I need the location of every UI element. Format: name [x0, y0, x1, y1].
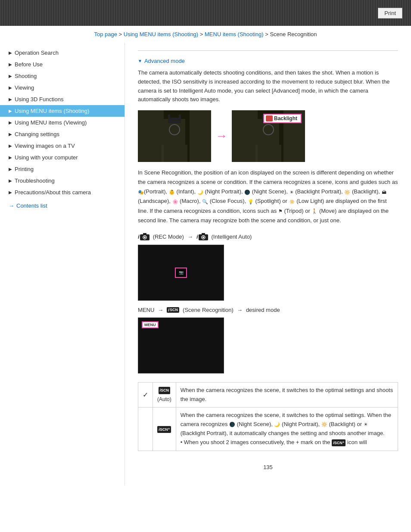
sidebar-item-computer[interactable]: ▶ Using with your computer [0, 152, 125, 163]
sidebar-item-precautions[interactable]: ▶ Precautions/About this camera [0, 187, 125, 198]
intelligent-auto-text: (Intelligent Auto) [212, 233, 252, 240]
sidebar-item-shooting[interactable]: ▶ Shooting [0, 70, 125, 82]
contents-list-anchor[interactable]: Contents list [9, 202, 118, 209]
sidebar: ▶ Operation Search ▶ Before Use ▶ Shooti… [0, 43, 125, 485]
landscape-icon: 🏔 [382, 188, 386, 196]
sidebar-item-3d-functions[interactable]: ▶ Using 3D Functions [0, 93, 125, 105]
camera-screen-2: MENU [138, 317, 224, 373]
arrow-icon: ▶ [9, 62, 12, 67]
sidebar-item-label: Using with your computer [15, 154, 78, 161]
icon-cell-2: iSCN+ [153, 408, 176, 451]
left-image [138, 110, 211, 162]
breadcrumb-top[interactable]: Top page [94, 31, 117, 37]
breadcrumb-link1[interactable]: Using MENU items (Shooting) [124, 31, 198, 37]
scn-icon: i SCN [167, 307, 179, 313]
auto-label: (Auto) [157, 396, 171, 402]
center-icon: 📷 [175, 268, 187, 278]
sidebar-item-label: Shooting [15, 73, 37, 79]
arrow-between-images: → [215, 129, 227, 143]
table-row: ✓ iSCN (Auto) When the camera recognizes… [138, 382, 398, 408]
advanced-mode-title: Advanced mode [138, 58, 398, 64]
sidebar-item-label: Operation Search [15, 50, 59, 56]
sidebar-item-label: Changing settings [15, 131, 59, 137]
iscn-plus-icon: iSCN+ [157, 426, 171, 433]
sidebar-item-operation-search[interactable]: ▶ Operation Search [0, 47, 125, 59]
content-area: Advanced mode The camera automatically d… [125, 43, 411, 485]
backlight-icon3: 🔆 [321, 421, 327, 429]
svg-rect-17 [143, 233, 146, 235]
arrow-icon: ▶ [9, 132, 12, 137]
backlight-portrait-icon2: ☀ [364, 421, 368, 429]
macro-icon: 🌸 [172, 198, 178, 206]
low-light-icon: 🔅 [289, 198, 295, 206]
arrow-icon: ▶ [9, 143, 12, 148]
breadcrumb-link2[interactable]: MENU items (Shooting) [205, 31, 264, 37]
sidebar-item-menu-shooting[interactable]: ▶ Using MENU items (Shooting) [0, 105, 125, 117]
sidebar-item-label: Precautions/About this camera [15, 189, 91, 196]
arrow-icon: ▶ [9, 74, 12, 78]
right-image: Backlight [232, 110, 305, 162]
night-portrait-icon: 🌙 [197, 188, 203, 196]
image-row: → Backlight [138, 110, 398, 162]
night-portrait-icon2: 🌙 [274, 421, 280, 429]
left-image-svg [138, 110, 211, 162]
sidebar-item-menu-viewing[interactable]: ▶ Using MENU items (Viewing) [0, 117, 125, 128]
sidebar-item-viewing[interactable]: ▶ Viewing [0, 82, 125, 93]
spotlight-icon: 💡 [248, 198, 254, 206]
arrow-icon: ▶ [9, 97, 12, 102]
arrow-icon: ▶ [9, 155, 12, 160]
print-button[interactable]: Print [378, 8, 402, 19]
check-cell: ✓ [138, 382, 153, 408]
svg-rect-5 [162, 145, 187, 162]
sidebar-item-label: Viewing [15, 84, 34, 91]
icon-cell-1: iSCN (Auto) [153, 382, 176, 408]
sidebar-item-changing-settings[interactable]: ▶ Changing settings [0, 128, 125, 140]
backlight-icon2: 🔆 [344, 188, 350, 196]
night-scene-icon: 🌑 [244, 188, 250, 196]
menu-text: MENU [138, 307, 154, 313]
night-scene-icon2: 🌑 [229, 421, 235, 429]
arrow-icon: ▶ [9, 50, 12, 55]
arrow-icon: ▶ [9, 178, 12, 183]
rec-mode-icon: i [138, 233, 149, 240]
arrow-icon: → [187, 233, 193, 240]
sidebar-item-label: Using 3D Functions [15, 96, 63, 103]
sidebar-item-printing[interactable]: ▶ Printing [0, 163, 125, 175]
camera-svg [140, 233, 149, 240]
section-divider [138, 50, 398, 51]
main-layout: ▶ Operation Search ▶ Before Use ▶ Shooti… [0, 43, 411, 485]
portrait-icon: 🎭 [138, 188, 144, 196]
sidebar-item-label: Using MENU items (Shooting) [15, 108, 89, 114]
arrow-icon: ▶ [9, 167, 12, 171]
sidebar-item-label: Using MENU items (Viewing) [15, 119, 87, 126]
svg-point-23 [202, 236, 204, 238]
desired-mode-text: desired mode [246, 307, 280, 313]
rec-mode-line: i (REC Mode) → i (Intelligent [138, 233, 398, 240]
camera-svg2 [199, 233, 208, 240]
arrow-icon: ▶ [9, 109, 12, 113]
svg-rect-3 [170, 112, 179, 118]
contents-list-link[interactable]: Contents list [0, 198, 125, 211]
sidebar-item-viewing-tv[interactable]: ▶ Viewing images on a TV [0, 140, 125, 152]
iscn-plus-icon2: iSCN+ [332, 439, 346, 446]
sidebar-item-before-use[interactable]: ▶ Before Use [0, 59, 125, 70]
breadcrumb-current: Scene Recognition [270, 31, 317, 37]
check-cell-empty [138, 408, 153, 451]
breadcrumb: Top page > Using MENU items (Shooting) >… [0, 26, 411, 43]
svg-rect-21 [202, 233, 205, 235]
scene-recognition-text: (Scene Recognition) [183, 307, 234, 313]
table-cell-description-1: When the camera recognizes the scene, it… [176, 382, 398, 408]
arrow-icon: ▶ [9, 190, 12, 195]
backlight-label: Backlight [274, 115, 297, 121]
arrow-icon2: → [158, 307, 163, 313]
sidebar-item-troubleshooting[interactable]: ▶ Troubleshooting [0, 175, 125, 187]
scn-label: SCN [170, 308, 178, 312]
sidebar-item-label: Troubleshooting [15, 177, 55, 184]
scene-paragraph: In Scene Recognition, the position of an… [138, 168, 398, 225]
svg-point-19 [144, 236, 146, 238]
menu-line: MENU → i SCN (Scene Recognition) → desir… [138, 307, 398, 313]
table-cell-description-2: When the camera recognizes the scene, it… [176, 408, 398, 451]
header: Print [0, 0, 411, 26]
backlight-icon [266, 115, 273, 121]
recognition-table: ✓ iSCN (Auto) When the camera recognizes… [138, 382, 398, 451]
